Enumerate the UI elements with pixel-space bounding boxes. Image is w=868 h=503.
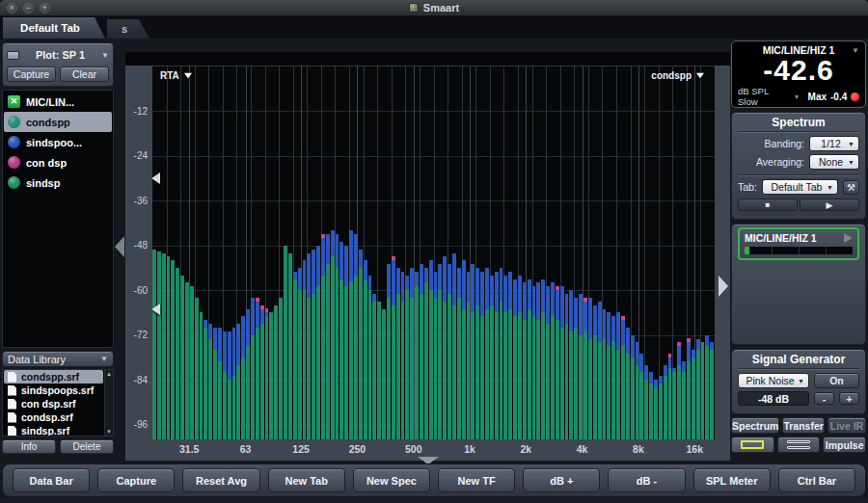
trace-label: MIC/LIN... bbox=[26, 96, 74, 108]
toolbar-button-capture[interactable]: Capture bbox=[97, 468, 175, 492]
input-channel-strip[interactable]: MIC/LINE/HIZ 1 bbox=[738, 227, 859, 260]
delete-button[interactable]: Delete bbox=[60, 439, 114, 454]
toolbar-button-ctrl-bar[interactable]: Ctrl Bar bbox=[778, 468, 855, 492]
x-tick-label: 500 bbox=[397, 443, 430, 455]
pink-tip bbox=[583, 298, 587, 302]
mode-live-ir-button[interactable]: Live IR bbox=[827, 417, 866, 434]
capture-button[interactable]: Capture bbox=[7, 66, 56, 82]
view-single-pane-button[interactable] bbox=[731, 437, 774, 453]
toolbar-button-db-+[interactable]: dB + bbox=[523, 468, 600, 492]
spectrum-band bbox=[434, 66, 438, 439]
green-bar bbox=[541, 312, 545, 439]
toolbar-button-data-bar[interactable]: Data Bar bbox=[13, 468, 90, 492]
file-row[interactable]: con dsp.srf bbox=[4, 397, 103, 410]
plot-selector-label[interactable]: Plot: SP 1 bbox=[19, 49, 101, 61]
tools-icon: ⚒ bbox=[847, 182, 855, 193]
averaging-select[interactable]: None▼ bbox=[809, 154, 859, 170]
green-bar bbox=[171, 260, 175, 439]
plot-type-selector[interactable]: RTA bbox=[160, 70, 193, 81]
stop-button[interactable]: ■ bbox=[738, 199, 798, 211]
file-row[interactable]: sindspoops.srf bbox=[4, 384, 103, 397]
data-library-dropdown-icon[interactable]: ▼ bbox=[100, 355, 108, 363]
generator-on-button[interactable]: On bbox=[814, 373, 859, 388]
impulse-button[interactable]: Impulse bbox=[823, 437, 866, 453]
spectrum-band bbox=[569, 66, 573, 439]
spectrum-band bbox=[176, 66, 179, 439]
threshold-marker-icon[interactable] bbox=[152, 172, 160, 184]
tab-tools-button[interactable]: ⚒ bbox=[843, 180, 859, 195]
run-button[interactable]: ▶ bbox=[800, 199, 859, 211]
toolbar-button-reset-avg[interactable]: Reset Avg bbox=[182, 468, 259, 492]
trace-row-con-dsp[interactable]: con dsp bbox=[4, 152, 112, 172]
pink-tip bbox=[677, 342, 681, 346]
spectrum-band bbox=[331, 66, 335, 439]
signal-generator-title: Signal Generator bbox=[738, 353, 859, 366]
green-bar bbox=[649, 384, 653, 439]
threshold-marker-icon[interactable] bbox=[152, 304, 160, 315]
meter-channel-dropdown-icon[interactable]: ▼ bbox=[852, 46, 859, 55]
meter-mode-label[interactable]: dB SPL Slow bbox=[738, 86, 790, 107]
file-row[interactable]: sindsp.srf bbox=[4, 424, 103, 437]
plot-dropdown-icon[interactable]: ▼ bbox=[101, 51, 109, 60]
view-split-pane-button[interactable] bbox=[777, 437, 821, 453]
toolbar-button-spl-meter[interactable]: SPL Meter bbox=[693, 468, 771, 492]
green-bar bbox=[513, 316, 517, 439]
trace-row-sindspoo-[interactable]: sindspoo... bbox=[4, 132, 112, 152]
banding-select[interactable]: 1/12▼ bbox=[809, 136, 859, 151]
generator-source-select[interactable]: Pink Noise▼ bbox=[738, 373, 809, 388]
green-bar bbox=[448, 294, 451, 439]
green-bar bbox=[368, 290, 372, 439]
data-library-scrollbar[interactable]: ▲ ▼ bbox=[104, 370, 113, 436]
green-bar bbox=[284, 246, 287, 439]
meter-mode-dropdown-icon[interactable]: ▼ bbox=[794, 93, 800, 100]
green-bar bbox=[607, 346, 610, 439]
mode-spectrum-button[interactable]: Spectrum bbox=[731, 417, 779, 434]
spectrum-band bbox=[339, 66, 343, 439]
trace-legend-selector[interactable]: condspp bbox=[651, 70, 705, 81]
trace-label: sindsp bbox=[26, 177, 60, 189]
clear-button[interactable]: Clear bbox=[60, 66, 109, 82]
collapse-sidebar-chevron-icon[interactable] bbox=[115, 236, 124, 257]
green-bar bbox=[269, 312, 273, 439]
green-bar bbox=[508, 309, 512, 439]
tab-s[interactable]: s bbox=[107, 19, 149, 39]
spectrum-band bbox=[241, 66, 245, 439]
info-button[interactable]: Info bbox=[2, 439, 56, 454]
collapse-rightpanel-chevron-icon[interactable] bbox=[719, 276, 728, 297]
sidebar: Plot: SP 1 ▼ Capture Clear ✕MIC/LIN...co… bbox=[2, 42, 114, 454]
toolbar-button-new-tab[interactable]: New Tab bbox=[268, 468, 345, 492]
toolbar-button-new-tf[interactable]: New TF bbox=[438, 468, 515, 492]
spectrum-band bbox=[565, 66, 569, 439]
data-library-title: Data Library bbox=[8, 354, 100, 365]
tab-default-tab[interactable]: Default Tab bbox=[3, 17, 105, 39]
trace-row-condspp[interactable]: condspp bbox=[4, 112, 112, 132]
file-row[interactable]: condsp.srf bbox=[4, 410, 103, 424]
file-row[interactable]: condspp.srf bbox=[4, 370, 103, 384]
toolbar-button-db-[interactable]: dB - bbox=[608, 468, 685, 492]
tab-bar: Default Tab s bbox=[0, 16, 868, 39]
generator-plus-button[interactable]: + bbox=[839, 392, 859, 405]
file-icon bbox=[8, 399, 16, 410]
pink-tip bbox=[556, 286, 559, 290]
mode-transfer-button[interactable]: Transfer bbox=[782, 417, 824, 434]
toolbar-button-new-spec[interactable]: New Spec bbox=[353, 468, 430, 492]
green-bar bbox=[208, 339, 212, 439]
y-tick-label: -84 bbox=[134, 374, 148, 384]
spectrum-band bbox=[636, 66, 639, 439]
spectrum-band bbox=[359, 66, 363, 439]
trace-row-mic-lin-[interactable]: ✕MIC/LIN... bbox=[4, 92, 112, 112]
scroll-up-icon[interactable]: ▲ bbox=[106, 371, 112, 377]
tab-select[interactable]: Default Tab▼ bbox=[762, 179, 838, 195]
scroll-down-icon[interactable]: ▼ bbox=[106, 429, 112, 435]
trace-row-sindsp[interactable]: sindsp bbox=[4, 172, 112, 193]
spectrum-band bbox=[467, 66, 471, 439]
generator-minus-button[interactable]: - bbox=[814, 392, 834, 405]
green-bar bbox=[579, 335, 583, 439]
green-bar bbox=[551, 316, 555, 439]
y-tick-label: -36 bbox=[134, 195, 148, 205]
plot-swatch[interactable] bbox=[7, 51, 19, 60]
spectrum-panel: Spectrum Banding: 1/12▼ Averaging: None▼ bbox=[731, 112, 866, 220]
spectrum-band bbox=[321, 66, 325, 439]
green-bar bbox=[532, 316, 536, 439]
green-bar bbox=[528, 309, 531, 439]
